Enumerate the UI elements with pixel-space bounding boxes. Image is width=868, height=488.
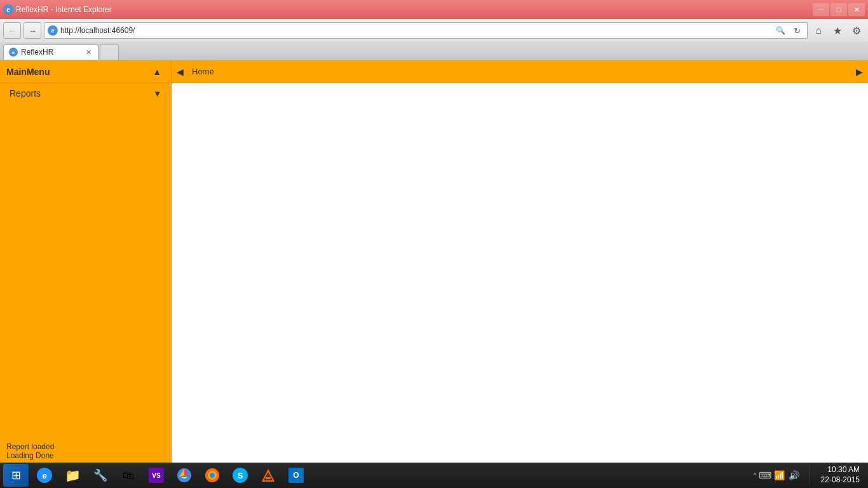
tab-label: ReflexHR [21, 48, 81, 57]
back-button[interactable]: ← [3, 22, 21, 39]
title-bar-title: ReflexHR - Internet Explorer [16, 5, 112, 14]
ie-title-icon: e [3, 4, 13, 15]
taskbar-vs-app[interactable]: VS [144, 464, 172, 487]
start-button[interactable]: ⊞ [3, 464, 29, 487]
main-layout: Reports ▼ Report loaded Loading Done [0, 83, 868, 463]
taskbar-right: ^ ⌨ 📶 🔊 10:30 AM 22-08-2015 [750, 463, 865, 488]
settings-button[interactable]: ⚙ [848, 22, 865, 39]
menu-collapse-button[interactable]: ▲ [149, 65, 165, 78]
clock[interactable]: 10:30 AM 22-08-2015 [816, 464, 865, 486]
taskbar-outlook-icon: O [288, 468, 304, 483]
sys-tray-sound[interactable]: 🔊 [788, 469, 801, 482]
home-button[interactable]: ⌂ [810, 22, 827, 39]
tab-empty[interactable] [100, 44, 119, 60]
reports-label: Reports [10, 88, 41, 98]
nav-left-button[interactable]: ◀ [172, 60, 189, 83]
sidebar-status: Report loaded Loading Done [0, 439, 171, 463]
taskbar-tools-icon: 🔧 [93, 468, 108, 483]
taskbar-chrome-app[interactable] [172, 464, 200, 487]
taskbar-explorer-app[interactable]: 📁 [60, 464, 88, 487]
sidebar-spacer [0, 104, 171, 439]
sys-tray-network: 📶 [773, 469, 786, 482]
sys-tray: ^ ⌨ 📶 🔊 [750, 463, 803, 488]
title-bar-left: e ReflexHR - Internet Explorer [3, 4, 112, 15]
favorites-button[interactable]: ★ [829, 22, 846, 39]
app-content: MainMenu ▲ ◀ Home ▶ Reports ▼ Report loa… [0, 60, 868, 463]
browser-extras: ⌂ ★ ⚙ [810, 22, 865, 39]
browser-chrome: ← → e 🔍 ↻ ⌂ ★ ⚙ e ReflexHR ✕ [0, 19, 868, 60]
sidebar: Reports ▼ Report loaded Loading Done [0, 83, 172, 463]
menu-bar: MainMenu ▲ ◀ Home ▶ [0, 60, 868, 83]
address-input[interactable] [60, 26, 771, 35]
menu-nav: ◀ Home ▶ [172, 60, 868, 83]
forward-button[interactable]: → [24, 22, 41, 39]
clock-date: 22-08-2015 [821, 475, 860, 485]
breadcrumb: Home [189, 67, 851, 76]
taskbar-store-app[interactable]: 🛍 [116, 464, 144, 487]
taskbar-ie-icon: e [37, 468, 52, 483]
taskbar-chrome-icon [177, 468, 192, 483]
taskbar-vlc-app[interactable] [255, 464, 283, 487]
maximize-button[interactable]: □ [831, 3, 847, 16]
taskbar-firefox-icon [205, 468, 220, 483]
taskbar-skype-app[interactable]: S [227, 464, 255, 487]
title-bar: e ReflexHR - Internet Explorer ─ □ ✕ [0, 0, 868, 19]
title-bar-controls: ─ □ ✕ [813, 3, 865, 16]
tab-close-button[interactable]: ✕ [84, 48, 93, 57]
sys-tray-keyboard: ⌨ [759, 469, 771, 482]
taskbar-skype-icon: S [233, 468, 248, 483]
browser-toolbar: ← → e 🔍 ↻ ⌂ ★ ⚙ [0, 19, 868, 42]
status-line1: Report loaded [6, 442, 165, 451]
tab-reflexhr[interactable]: e ReflexHR ✕ [3, 44, 98, 60]
tab-bar: e ReflexHR ✕ [0, 42, 868, 60]
svg-rect-8 [266, 477, 271, 479]
taskbar: ⊞ e 📁 🔧 🛍 VS [0, 463, 868, 488]
breadcrumb-text: Home [192, 67, 214, 76]
taskbar-vs-icon: VS [149, 468, 164, 483]
address-search-button[interactable]: 🔍 [773, 24, 787, 37]
main-menu-label: MainMenu [6, 67, 50, 77]
taskbar-store-icon: 🛍 [121, 468, 136, 483]
tab-icon: e [9, 48, 18, 57]
taskbar-divider [810, 466, 810, 484]
close-button[interactable]: ✕ [848, 3, 865, 16]
nav-right-button[interactable]: ▶ [851, 60, 868, 83]
taskbar-firefox-app[interactable] [200, 464, 227, 487]
taskbar-ie-app[interactable]: e [32, 464, 60, 487]
sidebar-item-reports[interactable]: Reports ▼ [0, 83, 171, 104]
taskbar-explorer-icon: 📁 [65, 468, 80, 483]
sys-tray-expand[interactable]: ^ [753, 471, 756, 479]
taskbar-outlook-app[interactable]: O [283, 464, 311, 487]
reports-expand-icon: ▼ [153, 89, 161, 98]
svg-point-5 [210, 473, 215, 478]
taskbar-vlc-icon [261, 468, 276, 483]
menu-left: MainMenu ▲ [0, 60, 172, 83]
address-refresh-button[interactable]: ↻ [790, 24, 804, 37]
address-bar-icon: e [48, 25, 58, 36]
taskbar-tools-app[interactable]: 🔧 [88, 464, 116, 487]
minimize-button[interactable]: ─ [813, 3, 829, 16]
address-bar-container: e 🔍 ↻ [44, 22, 808, 39]
status-line2: Loading Done [6, 451, 165, 460]
content-area [172, 83, 868, 463]
clock-time: 10:30 AM [821, 465, 860, 475]
start-icon: ⊞ [11, 468, 21, 482]
